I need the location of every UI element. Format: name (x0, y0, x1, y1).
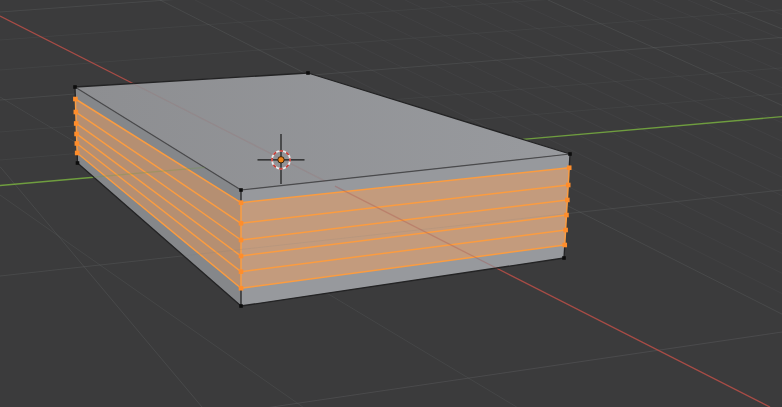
mesh-vertex-selected[interactable] (566, 183, 571, 188)
mesh-vertex-selected[interactable] (239, 221, 244, 226)
mesh-vertex-selected[interactable] (75, 151, 80, 156)
mesh-vertex-selected[interactable] (565, 198, 570, 203)
mesh-vertex-selected[interactable] (239, 269, 244, 274)
blender-3d-viewport[interactable] (0, 0, 782, 407)
mesh-vertex[interactable] (306, 71, 310, 75)
mesh-vertex[interactable] (76, 161, 80, 165)
object-origin-dot (278, 157, 284, 163)
mesh-vertex[interactable] (568, 152, 572, 156)
mesh-vertex-selected[interactable] (239, 200, 244, 205)
mesh-vertex-selected[interactable] (74, 110, 79, 115)
mesh-vertex-selected[interactable] (74, 132, 79, 137)
mesh-vertex-selected[interactable] (563, 228, 568, 233)
mesh-vertex[interactable] (562, 256, 566, 260)
mesh-vertex-selected[interactable] (239, 286, 244, 291)
mesh-vertex-selected[interactable] (239, 254, 244, 259)
mesh-vertex[interactable] (73, 85, 77, 89)
mesh-vertex[interactable] (239, 304, 243, 308)
mesh-vertex-selected[interactable] (239, 238, 244, 243)
mesh-vertex[interactable] (239, 188, 243, 192)
mesh-vertex-selected[interactable] (74, 121, 79, 126)
mesh-vertex-selected[interactable] (73, 97, 78, 102)
mesh-vertex-selected[interactable] (567, 165, 572, 170)
mesh-vertex-selected[interactable] (75, 141, 80, 146)
viewport-canvas[interactable] (0, 0, 782, 407)
mesh-vertex-selected[interactable] (562, 243, 567, 248)
